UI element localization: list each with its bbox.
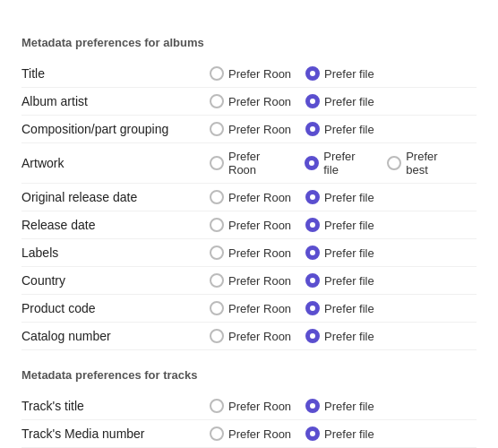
row-composition-part: Composition/part groupingPrefer RoonPref… — [21, 116, 477, 143]
label-title: Title — [21, 66, 210, 81]
radio-label-track-media-number-file[interactable]: Prefer file — [305, 426, 374, 441]
radio-text-album-artist-file: Prefer file — [324, 95, 374, 108]
section-title-albums: Metadata preferences for albums — [21, 36, 477, 49]
radio-artwork-roon[interactable] — [210, 156, 224, 170]
radio-original-release-date-roon[interactable] — [210, 190, 224, 204]
label-catalog-number: Catalog number — [21, 329, 210, 343]
radio-text-catalog-number-file: Prefer file — [324, 330, 374, 343]
radio-text-catalog-number-roon: Prefer Roon — [228, 330, 291, 343]
radio-country-roon[interactable] — [210, 273, 224, 288]
label-track-title: Track's title — [21, 399, 210, 413]
radio-artwork-best[interactable] — [387, 156, 401, 170]
row-original-release-date: Original release datePrefer RoonPrefer f… — [21, 184, 477, 211]
row-album-artist: Album artistPrefer RoonPrefer file — [21, 88, 477, 116]
radio-label-product-code-roon[interactable]: Prefer Roon — [210, 301, 291, 315]
radio-track-media-number-roon[interactable] — [210, 426, 224, 441]
radio-product-code-roon[interactable] — [210, 301, 224, 315]
radio-label-country-file[interactable]: Prefer file — [305, 273, 374, 288]
radio-track-title-roon[interactable] — [210, 399, 224, 413]
radio-title-roon[interactable] — [210, 66, 224, 81]
radio-release-date-file[interactable] — [305, 218, 320, 232]
radio-label-composition-part-roon[interactable]: Prefer Roon — [210, 122, 291, 136]
radio-label-track-media-number-roon[interactable]: Prefer Roon — [210, 426, 291, 441]
row-labels: LabelsPrefer RoonPrefer file — [21, 239, 477, 267]
radio-album-artist-file[interactable] — [305, 94, 320, 108]
radio-title-file[interactable] — [305, 66, 320, 81]
radio-label-original-release-date-roon[interactable]: Prefer Roon — [210, 190, 291, 204]
radio-label-artwork-roon[interactable]: Prefer Roon — [210, 150, 290, 177]
radio-catalog-number-file[interactable] — [305, 329, 320, 343]
radio-original-release-date-file[interactable] — [305, 190, 320, 204]
radio-country-file[interactable] — [305, 273, 320, 288]
row-artwork: ArtworkPrefer RoonPrefer filePrefer best — [21, 143, 477, 184]
label-labels: Labels — [21, 246, 210, 260]
radio-label-track-title-roon[interactable]: Prefer Roon — [210, 399, 291, 413]
radio-label-title-roon[interactable]: Prefer Roon — [210, 66, 291, 81]
row-catalog-number: Catalog numberPrefer RoonPrefer file — [21, 323, 477, 350]
label-original-release-date: Original release date — [21, 190, 210, 204]
radio-label-title-file[interactable]: Prefer file — [305, 66, 374, 81]
radio-text-product-code-roon: Prefer Roon — [228, 302, 291, 315]
radio-text-country-roon: Prefer Roon — [228, 274, 291, 288]
radio-text-track-title-roon: Prefer Roon — [228, 400, 291, 413]
radio-text-original-release-date-roon: Prefer Roon — [228, 191, 291, 204]
radio-label-country-roon[interactable]: Prefer Roon — [210, 273, 291, 288]
label-track-media-number: Track's Media number — [21, 426, 210, 441]
radio-label-track-title-file[interactable]: Prefer file — [305, 399, 374, 413]
radio-label-artwork-best[interactable]: Prefer best — [387, 150, 462, 177]
radio-label-product-code-file[interactable]: Prefer file — [305, 301, 374, 315]
radio-text-artwork-best: Prefer best — [406, 150, 462, 177]
row-track-media-number: Track's Media numberPrefer RoonPrefer fi… — [21, 420, 477, 448]
radio-text-release-date-file: Prefer file — [324, 219, 374, 232]
row-release-date: Release datePrefer RoonPrefer file — [21, 211, 477, 239]
radio-label-labels-roon[interactable]: Prefer Roon — [210, 246, 291, 260]
radio-label-composition-part-file[interactable]: Prefer file — [305, 122, 374, 136]
radio-label-release-date-roon[interactable]: Prefer Roon — [210, 218, 291, 232]
radio-track-title-file[interactable] — [305, 399, 320, 413]
row-product-code: Product codePrefer RoonPrefer file — [21, 295, 477, 323]
radio-text-product-code-file: Prefer file — [324, 302, 374, 315]
radio-label-artwork-file[interactable]: Prefer file — [305, 150, 373, 177]
radio-text-track-media-number-file: Prefer file — [324, 427, 374, 441]
label-album-artist: Album artist — [21, 94, 210, 108]
radio-track-media-number-file[interactable] — [305, 426, 320, 441]
radio-text-artwork-file: Prefer file — [323, 150, 373, 177]
radio-text-composition-part-file: Prefer file — [324, 123, 374, 136]
row-track-title: Track's titlePrefer RoonPrefer file — [21, 392, 477, 420]
section-title-tracks: Metadata preferences for tracks — [21, 368, 477, 382]
radio-label-catalog-number-file[interactable]: Prefer file — [305, 329, 374, 343]
radio-text-artwork-roon: Prefer Roon — [228, 150, 290, 177]
radio-catalog-number-roon[interactable] — [210, 329, 224, 343]
label-product-code: Product code — [21, 301, 210, 315]
radio-text-title-roon: Prefer Roon — [228, 67, 291, 81]
radio-label-album-artist-roon[interactable]: Prefer Roon — [210, 94, 291, 108]
radio-text-composition-part-roon: Prefer Roon — [228, 123, 291, 136]
radio-labels-roon[interactable] — [210, 246, 224, 260]
radio-text-labels-roon: Prefer Roon — [228, 246, 291, 260]
radio-text-title-file: Prefer file — [324, 67, 374, 81]
radio-text-track-media-number-roon: Prefer Roon — [228, 427, 291, 441]
radio-product-code-file[interactable] — [305, 301, 320, 315]
label-artwork: Artwork — [21, 156, 210, 170]
radio-composition-part-file[interactable] — [305, 122, 320, 136]
radio-release-date-roon[interactable] — [210, 218, 224, 232]
radio-composition-part-roon[interactable] — [210, 122, 224, 136]
radio-label-catalog-number-roon[interactable]: Prefer Roon — [210, 329, 291, 343]
radio-artwork-file[interactable] — [305, 156, 319, 170]
radio-text-original-release-date-file: Prefer file — [324, 191, 374, 204]
radio-label-album-artist-file[interactable]: Prefer file — [305, 94, 374, 108]
radio-text-country-file: Prefer file — [324, 274, 374, 288]
label-composition-part: Composition/part grouping — [21, 122, 210, 136]
radio-label-release-date-file[interactable]: Prefer file — [305, 218, 374, 232]
radio-text-release-date-roon: Prefer Roon — [228, 219, 291, 232]
label-country: Country — [21, 273, 210, 288]
radio-album-artist-roon[interactable] — [210, 94, 224, 108]
radio-label-labels-file[interactable]: Prefer file — [305, 246, 374, 260]
label-release-date: Release date — [21, 218, 210, 232]
radio-label-original-release-date-file[interactable]: Prefer file — [305, 190, 374, 204]
row-title: TitlePrefer RoonPrefer file — [21, 60, 477, 88]
radio-text-labels-file: Prefer file — [324, 246, 374, 260]
radio-labels-file[interactable] — [305, 246, 320, 260]
radio-text-album-artist-roon: Prefer Roon — [228, 95, 291, 108]
radio-text-track-title-file: Prefer file — [324, 400, 374, 413]
